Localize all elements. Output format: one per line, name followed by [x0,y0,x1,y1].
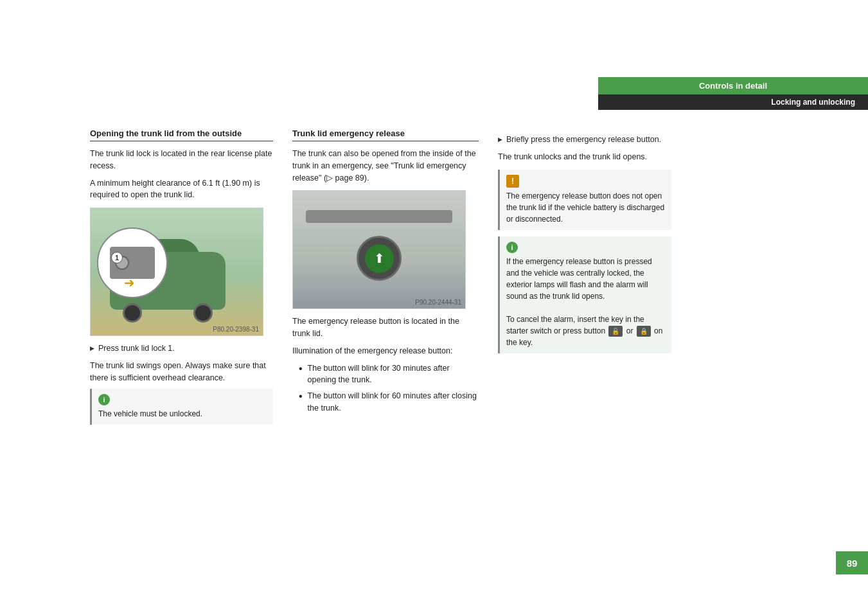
info-icon: i [98,394,110,405]
col3-info-box: i If the emergency release button is pre… [498,236,671,353]
col2-heading: Trunk lid emergency release [292,129,479,141]
col3-info-text1: If the emergency release button is press… [506,257,652,301]
col3-info-icon: i [506,242,518,253]
header-section: Controls in detail Locking and unlocking [598,77,868,110]
col1-image-caption: P80.20-2398-31 [213,326,259,333]
col3-info-text2: To cancel the alarm, insert the key in t… [506,315,644,335]
lock-number: 1 [111,252,123,263]
col2-bullet2: The button will blink for 60 minutes aft… [299,390,479,414]
col2-para1: The trunk can also be opened from the in… [292,148,479,184]
col2-bullet1: The button will blink for 30 minutes aft… [299,362,479,387]
col2-para2: The emergency release button is located … [292,315,479,340]
col1-info-text: The vehicle must be unlocked. [98,409,202,418]
col3-instructions: Briefly press the emergency release butt… [498,129,671,430]
col1-car-image: 1 ➜ P80.20-2398-31 [90,208,263,336]
col1-info-box: i The vehicle must be unlocked. [90,389,273,425]
trunk-release-button: ⬆ [365,244,394,273]
col1-para2: A minimum height clearance of 6.1 ft (1.… [90,177,273,202]
page-number: 89 [836,551,868,574]
col1-para1: The trunk lid lock is located in the rea… [90,148,273,172]
col3-para1: The trunk unlocks and the trunk lid open… [498,151,671,163]
col1-bullet1: Press trunk lid lock 1. [90,342,273,355]
key-icon-2: 🔒 [637,326,651,337]
arrow-indicator: ➜ [124,275,135,290]
col3-info-text3: or [626,326,633,335]
col3-warning-text: The emergency release button does not op… [506,191,664,224]
col3-bullet1: Briefly press the emergency release butt… [498,134,671,146]
col2-image-caption: P90.20-2444-31 [415,299,461,306]
col2-para3: Illumination of the emergency release bu… [292,345,479,357]
header-controls-in-detail: Controls in detail [598,77,868,94]
warning-icon: ! [506,175,519,188]
col2-trunk-image: ⬆ P90.20-2444-31 [292,190,466,309]
header-locking-unlocking: Locking and unlocking [598,94,868,110]
col3-warning-box: ! The emergency release button does not … [498,170,671,230]
col2-emergency-release: Trunk lid emergency release The trunk ca… [292,129,479,430]
key-icon-1: 🔓 [608,326,623,337]
col1-heading: Opening the trunk lid from the outside [90,129,273,141]
col1-para3: The trunk lid swings open. Always make s… [90,360,273,384]
main-content: Opening the trunk lid from the outside T… [90,129,855,430]
col1-opening-trunk: Opening the trunk lid from the outside T… [90,129,273,430]
